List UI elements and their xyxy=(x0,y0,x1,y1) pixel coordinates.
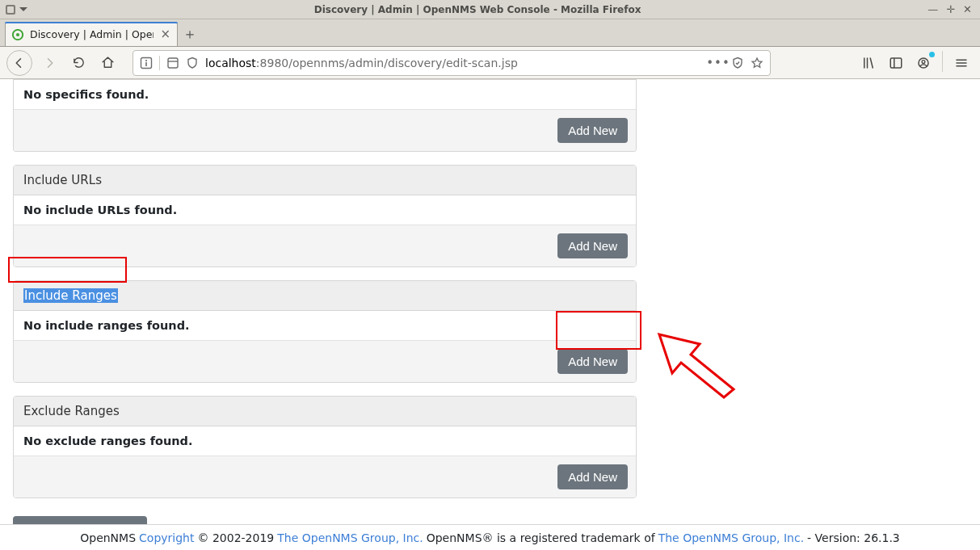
include-urls-heading: Include URLs xyxy=(14,166,636,195)
bookmark-star-icon[interactable] xyxy=(751,57,763,69)
include-ranges-heading: Include Ranges xyxy=(14,281,636,311)
tab-label: Discovery | Admin | OpenNM xyxy=(30,28,154,40)
tab-strip: Discovery | Admin | OpenNM × ＋ xyxy=(0,19,980,47)
toolbar-separator xyxy=(942,51,943,72)
active-tab-indicator xyxy=(5,22,178,23)
window-maximize-button[interactable]: ✛ xyxy=(946,4,955,15)
svg-point-10 xyxy=(922,60,925,63)
footer-trademark-text: OpenNMS® is a registered trademark of xyxy=(427,531,655,544)
window-title: Discovery | Admin | OpenNMS Web Console … xyxy=(27,4,927,15)
svg-point-5 xyxy=(145,59,147,61)
specifics-add-new-button[interactable]: Add New xyxy=(557,118,628,143)
exclude-ranges-empty-text: No exclude ranges found. xyxy=(14,426,636,456)
url-bar[interactable]: localhost:8980/opennms/admin/discovery/e… xyxy=(132,50,771,76)
exclude-ranges-heading: Exclude Ranges xyxy=(14,397,636,426)
include-urls-add-new-button[interactable]: Add New xyxy=(557,233,628,258)
window-minimize-button[interactable]: — xyxy=(927,4,938,15)
include-ranges-empty-text: No include ranges found. xyxy=(14,311,636,341)
url-text: localhost:8980/opennms/admin/discovery/e… xyxy=(205,57,518,69)
exclude-ranges-add-new-button[interactable]: Add New xyxy=(557,464,628,489)
tab-favicon-icon xyxy=(12,29,23,40)
navigation-toolbar: localhost:8980/opennms/admin/discovery/e… xyxy=(0,47,980,79)
os-titlebar: Discovery | Admin | OpenNMS Web Console … xyxy=(0,0,980,19)
include-ranges-panel: Include Ranges No include ranges found. … xyxy=(13,280,637,383)
reload-button[interactable] xyxy=(66,51,90,75)
footer-version-text: - Version: 26.1.3 xyxy=(807,531,900,544)
footer-brand: OpenNMS xyxy=(80,531,136,544)
specifics-panel: No specifics found. Add New xyxy=(13,79,637,152)
include-ranges-add-new-button[interactable]: Add New xyxy=(557,349,628,374)
exclude-ranges-panel: Exclude Ranges No exclude ranges found. … xyxy=(13,396,637,498)
specifics-empty-text: No specifics found. xyxy=(14,79,636,110)
svg-rect-7 xyxy=(168,58,178,68)
forward-button xyxy=(37,51,61,75)
home-button[interactable] xyxy=(95,51,120,75)
page-content: No specifics found. Add New Include URLs… xyxy=(0,79,980,524)
footer-group-link-1[interactable]: The OpenNMS Group, Inc. xyxy=(277,531,423,544)
app-menu-button[interactable] xyxy=(949,51,974,75)
permissions-icon[interactable] xyxy=(166,57,179,69)
svg-rect-6 xyxy=(145,62,147,66)
site-info-icon[interactable] xyxy=(140,57,153,69)
include-urls-empty-text: No include URLs found. xyxy=(14,195,636,225)
app-menu-chevron-icon[interactable] xyxy=(19,6,27,14)
browser-tab[interactable]: Discovery | Admin | OpenNM × xyxy=(5,22,178,46)
footer-copyright-link[interactable]: Copyright xyxy=(139,531,194,544)
footer-copyright-text: © 2002-2019 xyxy=(197,531,274,544)
sidebar-button[interactable] xyxy=(884,51,908,75)
footer: OpenNMS Copyright © 2002-2019 The OpenNM… xyxy=(0,524,980,550)
svg-rect-8 xyxy=(890,58,902,68)
window-close-button[interactable]: ✕ xyxy=(963,4,972,15)
tab-close-button[interactable]: × xyxy=(160,28,170,40)
library-button[interactable] xyxy=(856,51,881,75)
page-actions-icon[interactable]: ••• xyxy=(712,57,725,69)
footer-group-link-2[interactable]: The OpenNMS Group, Inc. xyxy=(658,531,804,544)
app-menu-icon[interactable] xyxy=(5,4,16,15)
svg-point-3 xyxy=(16,32,19,36)
tracking-protection-icon[interactable] xyxy=(731,57,744,69)
include-urls-panel: Include URLs No include URLs found. Add … xyxy=(13,165,637,267)
new-tab-button[interactable]: ＋ xyxy=(178,22,202,46)
back-button[interactable] xyxy=(6,50,32,76)
account-button[interactable] xyxy=(911,51,936,75)
annotation-arrow-icon xyxy=(653,323,742,404)
extension-shield-icon[interactable] xyxy=(186,57,199,69)
start-discovery-scan-button[interactable]: Start Discovery Scan xyxy=(13,516,147,524)
svg-rect-1 xyxy=(7,6,14,13)
account-notification-dot xyxy=(929,52,935,57)
url-separator xyxy=(159,56,160,70)
